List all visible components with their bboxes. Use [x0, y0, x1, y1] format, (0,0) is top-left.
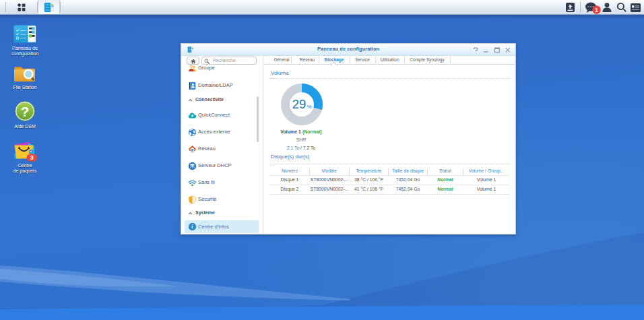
svg-text:1: 1: [595, 7, 598, 13]
svg-text:%: %: [307, 104, 312, 110]
svg-text:3: 3: [30, 154, 34, 161]
svg-text:?: ?: [21, 104, 30, 119]
svg-text:29: 29: [292, 97, 307, 111]
